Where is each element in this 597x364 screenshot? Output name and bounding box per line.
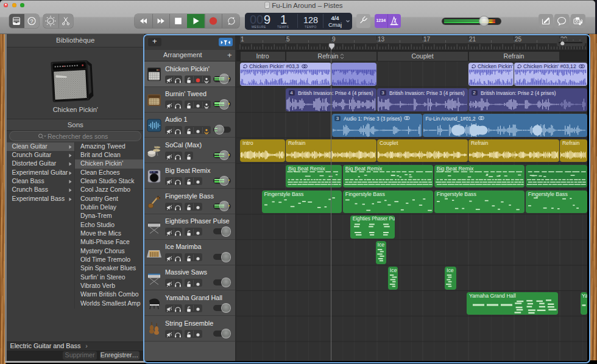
svg-text:?: ? (30, 18, 33, 24)
